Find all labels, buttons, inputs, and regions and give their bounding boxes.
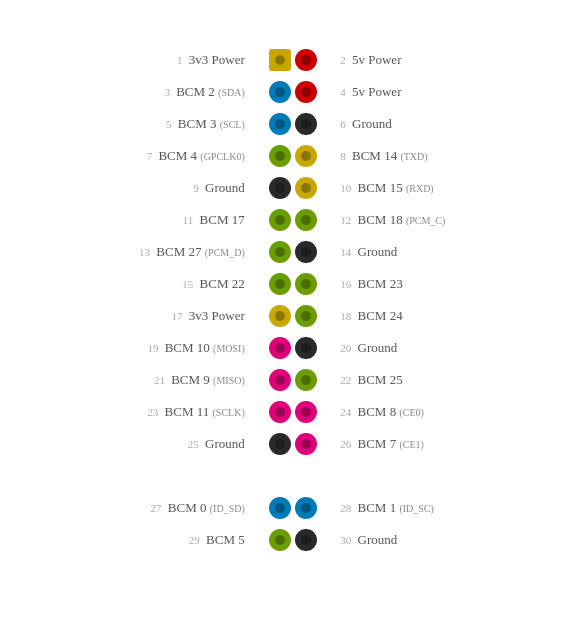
right-pin-name: BCM 23: [358, 276, 403, 291]
left-pin-name: BCM 11: [165, 404, 210, 419]
left-pin-num: 3: [164, 86, 170, 98]
left-pin-name: BCM 9: [171, 372, 210, 387]
left-pin-num: 7: [147, 150, 153, 162]
right-sub: (PCM_C): [406, 215, 445, 226]
left-label: 9 Ground: [30, 172, 249, 204]
left-label: 11 BCM 17: [30, 204, 249, 236]
pin-circle: [295, 209, 317, 231]
right-pin-name: BCM 24: [358, 308, 403, 323]
left-sub: (GPCLK0): [200, 151, 244, 162]
left-label: 3 BCM 2 (SDA): [30, 76, 249, 108]
pin-circle: [295, 401, 317, 423]
pinout-table: 1 3v3 Power 2 5v Power 3 BCM 2 (SDA): [30, 44, 555, 556]
pin-circle: [295, 305, 317, 327]
pin-circle: [269, 81, 291, 103]
pin-circle: [269, 209, 291, 231]
left-pin-num: 21: [154, 374, 165, 386]
left-sub: (MISO): [213, 375, 245, 386]
right-label: 26 BCM 7 (CE1): [336, 428, 555, 460]
right-label: 6 Ground: [336, 108, 555, 140]
left-sub: (ID_SD): [210, 503, 245, 514]
right-pin-name: BCM 25: [358, 372, 403, 387]
pins-center: [249, 364, 337, 396]
left-pin-name: Ground: [205, 180, 245, 195]
left-pin-name: BCM 27: [156, 244, 201, 259]
pins-center: [249, 172, 337, 204]
pin-circle: [269, 145, 291, 167]
left-sub: (MOSI): [213, 343, 245, 354]
right-label: 4 5v Power: [336, 76, 555, 108]
left-label: 29 BCM 5: [30, 524, 249, 556]
pins-center: [249, 76, 337, 108]
pin-pair: [253, 529, 333, 551]
pin-circle: [269, 497, 291, 519]
pins-center: [249, 44, 337, 76]
pin-circle: [269, 401, 291, 423]
pin-pair: [253, 433, 333, 455]
left-pin-name: BCM 22: [200, 276, 245, 291]
right-sub: (CE1): [399, 439, 423, 450]
right-label: 30 Ground: [336, 524, 555, 556]
pins-center: [249, 140, 337, 172]
left-sub: (SCLK): [213, 407, 245, 418]
pin-circle: [295, 81, 317, 103]
right-label: 28 BCM 1 (ID_SC): [336, 492, 555, 524]
pin-pair: [253, 497, 333, 519]
left-pin-num: 29: [189, 534, 200, 546]
right-label: 10 BCM 15 (RXD): [336, 172, 555, 204]
pins-center: [249, 108, 337, 140]
pin-pair: [253, 113, 333, 135]
pin-pair: [253, 369, 333, 391]
left-pin-num: 25: [188, 438, 199, 450]
pin-circle: [269, 369, 291, 391]
right-pin-name: Ground: [358, 340, 398, 355]
left-sub: (SDA): [218, 87, 245, 98]
right-label: 14 Ground: [336, 236, 555, 268]
pins-center: [249, 300, 337, 332]
right-sub: (TXD): [400, 151, 427, 162]
pin-circle: [295, 273, 317, 295]
left-label: 15 BCM 22: [30, 268, 249, 300]
pin-pair: [253, 305, 333, 327]
left-label: 1 3v3 Power: [30, 44, 249, 76]
right-label: 20 Ground: [336, 332, 555, 364]
pin-pair: [253, 145, 333, 167]
pin-circle: [295, 529, 317, 551]
pins-center: [249, 332, 337, 364]
pin-pair: [253, 401, 333, 423]
left-label: 13 BCM 27 (PCM_D): [30, 236, 249, 268]
pins-center: [249, 428, 337, 460]
pin-circle: [295, 241, 317, 263]
left-pin-num: 9: [193, 182, 199, 194]
left-label: 5 BCM 3 (SCL): [30, 108, 249, 140]
left-label: 23 BCM 11 (SCLK): [30, 396, 249, 428]
pin-circle: [269, 241, 291, 263]
pin-circle: [269, 337, 291, 359]
pins-center: [249, 492, 337, 524]
right-pin-name: BCM 8: [358, 404, 397, 419]
pins-center: [249, 268, 337, 300]
right-pin-num: 26: [340, 438, 351, 450]
right-sub: (ID_SC): [399, 503, 433, 514]
left-sub: (PCM_D): [205, 247, 245, 258]
pin-pair: [253, 337, 333, 359]
right-pin-num: 18: [340, 310, 351, 322]
pin-circle: [269, 305, 291, 327]
right-pin-name: BCM 14: [352, 148, 397, 163]
left-pin-name: BCM 4: [158, 148, 197, 163]
left-sub: (SCL): [220, 119, 245, 130]
right-pin-num: 30: [340, 534, 351, 546]
right-pin-name: 5v Power: [352, 52, 401, 67]
left-pin-name: BCM 10: [165, 340, 210, 355]
left-pin-num: 1: [177, 54, 183, 66]
right-pin-name: BCM 7: [358, 436, 397, 451]
right-pin-name: BCM 18: [358, 212, 403, 227]
right-pin-num: 8: [340, 150, 346, 162]
left-pin-name: BCM 2: [176, 84, 215, 99]
left-pin-name: BCM 3: [178, 116, 217, 131]
left-pin-num: 17: [172, 310, 183, 322]
left-pin-name: BCM 0: [168, 500, 207, 515]
pin-circle: [269, 177, 291, 199]
left-pin-num: 5: [166, 118, 172, 130]
right-label: 12 BCM 18 (PCM_C): [336, 204, 555, 236]
